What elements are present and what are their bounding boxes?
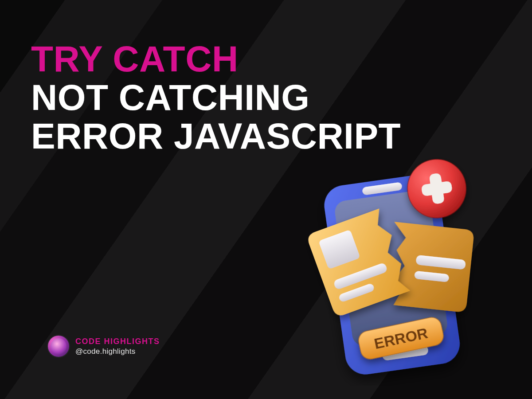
byline-text: CODE HIGHLIGHTS @code.highlights	[75, 337, 160, 356]
avatar	[48, 336, 69, 357]
headline-line-3: ERROR JAVASCRIPT	[31, 117, 505, 156]
brand-name: CODE HIGHLIGHTS	[75, 337, 160, 346]
headline-block: TRY CATCH NOT CATCHING ERROR JAVASCRIPT	[31, 40, 505, 156]
headline-line-1: TRY CATCH	[31, 40, 505, 78]
byline: CODE HIGHLIGHTS @code.highlights	[48, 336, 160, 357]
brand-handle: @code.highlights	[75, 347, 160, 356]
error-illustration: ERROR	[275, 155, 505, 386]
headline-line-2: NOT CATCHING	[31, 78, 505, 117]
